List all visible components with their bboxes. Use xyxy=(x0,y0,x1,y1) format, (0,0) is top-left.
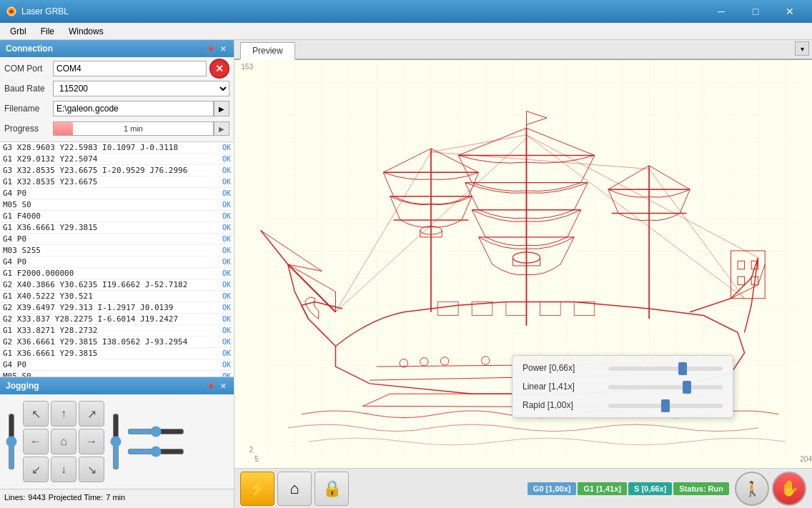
gcode-text: G1 F2000.000000 xyxy=(3,269,219,278)
linear-label: Linear [1,41x] xyxy=(523,382,608,392)
app-icon xyxy=(6,6,17,17)
lightning-button[interactable]: ⚡ xyxy=(240,472,274,506)
gcode-status: OK xyxy=(222,144,231,151)
gcode-row: M03 S255OK xyxy=(0,245,234,257)
progress-label: Progress xyxy=(4,124,53,134)
status-indicators: G0 [1,00x] G1 [1,41x] S [0,66x] Status: … xyxy=(528,482,729,495)
gcode-row: G4 P0OK xyxy=(0,188,234,199)
preview-tab[interactable]: Preview xyxy=(240,42,295,60)
com-port-label: COM Port xyxy=(4,64,53,74)
rapid-slider[interactable] xyxy=(608,404,723,408)
jog-se-button[interactable]: ↘ xyxy=(79,457,104,482)
gcode-text: G1 X32.8535 Y23.6675 xyxy=(3,177,219,186)
g0-badge: G0 [1,00x] xyxy=(528,482,577,495)
com-port-select[interactable]: COM4 xyxy=(53,61,207,76)
gcode-status: OK xyxy=(222,258,231,266)
linear-row: Linear [1,41x] xyxy=(523,382,723,392)
gcode-status: OK xyxy=(222,189,231,197)
filename-input[interactable] xyxy=(53,101,214,116)
lines-label: Lines: xyxy=(4,493,25,502)
jog-slider-horizontal-top[interactable] xyxy=(127,424,184,439)
linear-slider-wrap xyxy=(608,382,723,392)
progress-text: 1 min xyxy=(54,122,213,135)
jogging-title: Jogging xyxy=(6,381,39,391)
power-row: Power [0,66x] xyxy=(523,363,723,373)
stop-button[interactable]: ✋ xyxy=(772,472,806,506)
gcode-row: G4 P0OK xyxy=(0,234,234,245)
com-row: COM4 ✕ xyxy=(53,59,229,79)
power-slider[interactable] xyxy=(608,367,723,371)
gcode-row: G1 X40.5222 Y30.521OK xyxy=(0,291,234,302)
jog-home-button[interactable]: ⌂ xyxy=(51,429,76,454)
gcode-status: OK xyxy=(222,292,231,300)
gcode-status: OK xyxy=(222,304,231,312)
gcode-status: OK xyxy=(222,361,231,369)
maximize-button[interactable]: □ xyxy=(739,0,772,23)
connection-close-icon[interactable]: ✕ xyxy=(218,44,228,54)
gcode-text: G1 X36.6661 Y29.3815 xyxy=(3,349,219,358)
gcode-status: OK xyxy=(222,281,231,289)
gcode-row: G4 P0OK xyxy=(0,359,234,371)
minimize-button[interactable]: ─ xyxy=(705,0,738,23)
home-button[interactable]: ⌂ xyxy=(277,472,312,506)
y-label-top: 153 xyxy=(234,63,254,71)
gcode-status: OK xyxy=(222,338,231,346)
file-browse-button[interactable]: ▶ xyxy=(214,101,229,116)
gcode-status: OK xyxy=(222,327,231,334)
gcode-row: G1 X33.8271 Y28.2732OK xyxy=(0,325,234,337)
menu-grbl[interactable]: Grbl xyxy=(3,25,34,38)
walk-button[interactable]: 🚶 xyxy=(735,472,769,506)
jog-body: ↖ ↑ ↗ ← ⌂ → ↙ ↓ ↘ xyxy=(0,394,234,489)
baud-rate-select[interactable]: 115200 xyxy=(53,81,229,96)
jog-e-button[interactable]: → xyxy=(79,429,104,454)
bottom-toolbar: ⚡ ⌂ 🔒 G0 [1,00x] G1 [1,41x] S [0,66x] St… xyxy=(234,468,812,508)
gcode-text: G1 X36.6661 Y29.3815 xyxy=(3,223,219,232)
run-button[interactable]: ▶ xyxy=(214,121,229,136)
jog-w-button[interactable]: ← xyxy=(23,429,49,454)
menu-file[interactable]: File xyxy=(34,25,61,38)
connection-header-icons: 📌 ✕ xyxy=(205,44,228,54)
gcode-row: M05 S0OK xyxy=(0,371,234,377)
menu-windows[interactable]: Windows xyxy=(61,25,111,38)
gcode-status: OK xyxy=(222,166,231,174)
window-controls: ─ □ ✕ xyxy=(705,0,806,23)
power-slider-wrap xyxy=(608,363,723,373)
disconnect-button[interactable]: ✕ xyxy=(209,59,229,79)
connection-title: Connection xyxy=(6,44,53,54)
gcode-text: G4 P0 xyxy=(3,189,219,198)
gcode-text: G4 P0 xyxy=(3,257,219,267)
gcode-list[interactable]: G3 X28.9603 Y22.5983 I0.1097 J-0.3118OKG… xyxy=(0,141,234,377)
jog-pin-icon[interactable]: 📌 xyxy=(205,381,215,391)
right-panel: Preview ▾ 153 2 5 204 xyxy=(234,40,812,508)
jog-h-sliders xyxy=(127,424,184,459)
close-button[interactable]: ✕ xyxy=(773,0,806,23)
jog-ne-button[interactable]: ↗ xyxy=(79,401,104,427)
linear-slider[interactable] xyxy=(608,385,723,389)
jog-s-button[interactable]: ↓ xyxy=(51,457,76,482)
main-layout: Connection 📌 ✕ COM Port COM4 xyxy=(0,40,812,508)
baud-rate-label: Baud Rate xyxy=(4,84,53,94)
gcode-status: OK xyxy=(222,201,231,209)
jog-slider-vertical-right[interactable] xyxy=(109,413,123,470)
gcode-status: OK xyxy=(222,349,231,357)
gcode-text: G2 X39.6497 Y29.313 I-1.2917 J0.0139 xyxy=(3,303,219,312)
com-port-row: COM Port COM4 ✕ xyxy=(4,60,229,77)
gcode-row: M05 S0OK xyxy=(0,199,234,211)
jog-slider-right-wrap xyxy=(109,399,123,484)
jog-close-icon[interactable]: ✕ xyxy=(218,381,228,391)
jog-nw-button[interactable]: ↖ xyxy=(23,401,49,427)
jogging-header: Jogging 📌 ✕ xyxy=(0,377,234,394)
left-panel-wrapper: Connection 📌 ✕ COM Port COM4 xyxy=(0,40,234,508)
gcode-text: G2 X33.837 Y28.2275 I-6.6014 J19.2427 xyxy=(3,314,219,324)
lock-button[interactable]: 🔒 xyxy=(315,472,349,506)
pin-icon[interactable]: 📌 xyxy=(205,44,215,54)
jog-n-button[interactable]: ↑ xyxy=(51,401,76,427)
jog-sw-button[interactable]: ↙ xyxy=(23,457,49,482)
gcode-text: G4 P0 xyxy=(3,234,219,244)
jog-slider-horizontal-bottom[interactable] xyxy=(127,444,184,459)
overlay-panel: Power [0,66x] Linear [1,41x] Rapid [1,00… xyxy=(512,355,733,418)
preview-canvas: 153 2 5 204 xyxy=(234,60,812,468)
jog-slider-vertical-left[interactable] xyxy=(4,413,19,470)
tab-dropdown[interactable]: ▾ xyxy=(795,41,809,56)
gcode-text: G1 X29.0132 Y22.5074 xyxy=(3,154,219,164)
